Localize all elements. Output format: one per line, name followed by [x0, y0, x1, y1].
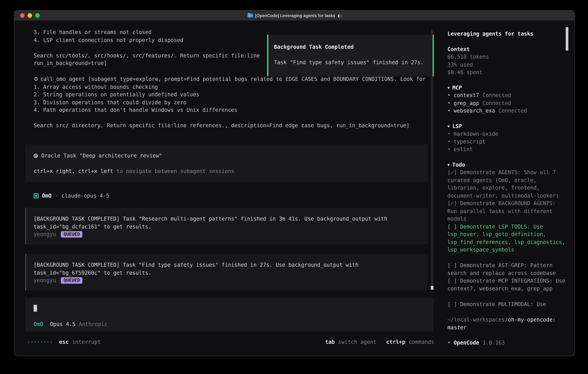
- message-author: yeongyu: [33, 277, 56, 283]
- bullet-icon: •: [447, 92, 451, 98]
- mcp-section-heading[interactable]: ▼MCP: [447, 84, 566, 92]
- oracle-task-title-text: Oracle Task "Deep architecture review": [41, 153, 162, 159]
- spinner-dots-icon: ········: [27, 339, 53, 345]
- tool-call-line: 4. Path operations that don't handle Win…: [33, 106, 426, 114]
- tool-call-line: [33, 114, 426, 122]
- bullet-icon: •: [447, 131, 451, 137]
- window-title-text: [OpenCode] Leveraging agents for tasks: [255, 13, 335, 18]
- lsp-heading-label: LSP: [452, 123, 462, 129]
- collapse-arrow-icon: ▼: [447, 124, 450, 128]
- mcp-name: websearch_exa: [454, 108, 495, 114]
- bullet-icon: •: [447, 100, 451, 106]
- message-background-task-1: [BACKGROUND TASK COMPLETED] Task "Resear…: [25, 208, 428, 244]
- chat-main: 3. File handles or streams not closed 4.…: [14, 21, 441, 356]
- mcp-item: •grep_appConnected: [447, 99, 566, 107]
- bullet-icon: •: [447, 108, 451, 114]
- todo-item-pending: [ ] Demonstrate AST-GREP: Pattern search…: [447, 261, 566, 277]
- message-text: [BACKGROUND TASK COMPLETED] Task "Find t…: [33, 261, 428, 269]
- traffic-lights: [20, 10, 40, 21]
- session-sidebar: Leveraging agents for tasks Context 66,5…: [441, 21, 574, 356]
- ctrlp-key-hint: ctrl+p: [386, 339, 405, 345]
- message-meta: yeongyu QUEUED: [33, 277, 428, 284]
- todo-item-done: [✓] Demonstrate BACKGROUND AGENTS: Run p…: [447, 199, 566, 223]
- queued-status-badge: QUEUED: [61, 231, 83, 238]
- toast-title: Background Task Completed: [274, 43, 426, 51]
- minimize-button[interactable]: [28, 13, 32, 18]
- tool-call-line: 3. Division operations that could divide…: [33, 98, 426, 106]
- lsp-name: markdown-oxide: [454, 131, 498, 137]
- agent-square-icon: [33, 193, 39, 198]
- window-titlebar[interactable]: [OpenCode] Leveraging agents for tasks ◐: [14, 10, 574, 21]
- context-heading: Context: [447, 45, 566, 53]
- close-button[interactable]: [20, 13, 24, 18]
- esc-key-label: interrupt: [72, 339, 101, 345]
- esc-key-hint: esc: [59, 339, 69, 345]
- lsp-item: •typescript: [447, 138, 566, 145]
- scrollback-line: 3. File handles or streams not closed: [33, 28, 260, 36]
- tool-call-text: call_omo_agent [subagent_type=explore, p…: [40, 76, 426, 82]
- desktop: [OpenCode] Leveraging agents for tasks ◐…: [0, 0, 588, 374]
- todo-section-heading[interactable]: ▼Todo: [447, 161, 566, 168]
- input-model-info: OmO Opus 4.5 Anthropic: [33, 321, 107, 327]
- status-bar: ········ esc interrupt tab switch agent …: [27, 338, 434, 346]
- message-text: task_id="bg_dcfac161" to get results.: [33, 223, 428, 230]
- oracle-task-panel[interactable]: Oracle Task "Deep architecture review" c…: [25, 144, 428, 182]
- todo-heading-label: Todo: [452, 162, 465, 168]
- mcp-status: Connected: [498, 108, 527, 114]
- tool-call-line: 2. String operations on potentially unde…: [33, 91, 426, 98]
- mcp-name: context7: [454, 92, 479, 98]
- tool-call-block: ⚙call_omo_agent [subagent_type=explore, …: [33, 75, 426, 129]
- terminal-window: [OpenCode] Leveraging agents for tasks ◐…: [14, 10, 575, 356]
- agent-name: OmO: [42, 193, 52, 199]
- scrollback-line: run_in_background=true]: [33, 59, 260, 67]
- context-used: 33% used: [447, 61, 566, 68]
- bullet-icon: •: [447, 339, 451, 347]
- tab-key-hint: tab: [325, 339, 335, 345]
- lsp-item: •eslint: [447, 145, 566, 153]
- toast-body: Task "Find type safety issues" finished …: [274, 58, 426, 66]
- scrollback-line: [33, 44, 260, 52]
- workspace-path: ~/local-workspaces/oh-my-opencode: maste…: [447, 316, 566, 331]
- status-bar-left: ········ esc interrupt: [27, 339, 101, 345]
- main-scrollbar-thumb[interactable]: [431, 286, 433, 290]
- lsp-name: typescript: [454, 138, 485, 145]
- lsp-item: •markdown-oxide: [447, 130, 566, 138]
- queued-status-badge: QUEUED: [61, 277, 83, 283]
- bullet-icon: •: [447, 138, 451, 145]
- oracle-nav-hint: ctrl+x right, ctrl+x left to navigate be…: [33, 167, 428, 175]
- background-task-toast[interactable]: Background Task Completed Task "Find typ…: [267, 35, 434, 76]
- tool-call-line: Search src/ directory. Return specific f…: [33, 122, 426, 129]
- key-hint: ctrl+x right, ctrl+x left: [33, 168, 113, 174]
- todo-item-done: [✓] Demonstrate AGENTS: Show all 7 curat…: [447, 168, 566, 199]
- folder-icon: [248, 14, 253, 17]
- oracle-task-title: Oracle Task "Deep architecture review": [33, 152, 428, 160]
- tool-call-line: ⚙call_omo_agent [subagent_type=explore, …: [33, 75, 426, 83]
- todo-item-active: [ ] Demonstrate LSP TOOLS: Use lsp_hover…: [447, 223, 566, 254]
- mcp-heading-label: MCP: [452, 84, 462, 91]
- zoom-button[interactable]: [35, 13, 40, 18]
- ctrlp-key-label: commands: [409, 339, 434, 345]
- prompt-input[interactable]: OmO Opus 4.5 Anthropic: [25, 298, 433, 332]
- scrollback-line: Search src/tools/, src/hooks/, src/featu…: [33, 52, 260, 59]
- message-text: [BACKGROUND TASK COMPLETED] Task "Resear…: [33, 215, 428, 223]
- mcp-status: Connected: [483, 92, 511, 98]
- lsp-section-heading[interactable]: ▼LSP: [447, 122, 566, 130]
- mcp-status: Connected: [483, 100, 511, 106]
- mcp-item: •context7Connected: [447, 91, 566, 99]
- context-tokens: 66,518 tokens: [447, 53, 566, 61]
- mcp-name: grep_app: [454, 100, 479, 106]
- session-title: Leveraging agents for tasks: [447, 30, 566, 38]
- context-spent: $0.46 spent: [447, 68, 566, 76]
- agent-header: OmO · claude-opus-4-5: [33, 192, 109, 200]
- collapse-arrow-icon: ▼: [447, 86, 450, 90]
- collapse-arrow-icon: ▼: [447, 163, 450, 167]
- status-bar-right: tab switch agent ctrl+p commands: [325, 339, 434, 345]
- tab-key-label: switch agent: [338, 339, 376, 345]
- gear-icon: ⚙: [33, 76, 38, 82]
- scrollback-text: 3. File handles or streams not closed 4.…: [33, 28, 260, 67]
- message-background-task-2: [BACKGROUND TASK COMPLETED] Task "Find t…: [25, 254, 428, 291]
- key-hint-label: to navigate between subagent sessions: [113, 168, 234, 174]
- sidebar-scrollbar-thumb[interactable]: [566, 27, 568, 51]
- active-model-name: Opus 4.5: [50, 321, 75, 327]
- model-provider: Anthropic: [79, 321, 107, 327]
